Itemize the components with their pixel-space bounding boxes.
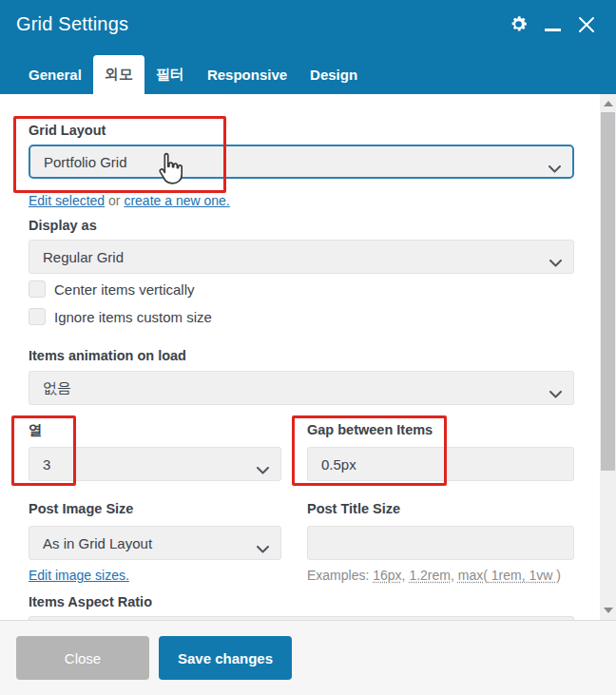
tab-general[interactable]: General xyxy=(17,55,93,94)
scroll-up-icon[interactable] xyxy=(604,101,613,106)
display-as-value: Regular Grid xyxy=(43,249,124,265)
animation-select[interactable]: 없음 xyxy=(29,371,574,405)
post-image-size-field: Post Image Size As in Grid Layout Edit i… xyxy=(29,500,281,585)
columns-select[interactable]: 3 xyxy=(29,447,281,481)
close-button[interactable]: Close xyxy=(16,636,149,680)
center-items-label: Center items vertically xyxy=(54,281,195,298)
animation-value: 없음 xyxy=(43,379,71,397)
gap-input[interactable] xyxy=(307,447,574,481)
columns-value: 3 xyxy=(43,456,50,473)
display-as-label: Display as xyxy=(29,217,574,235)
aspect-ratio-input[interactable] xyxy=(29,616,574,620)
post-title-size-label: Post Title Size xyxy=(307,500,574,518)
gear-icon[interactable] xyxy=(508,14,529,35)
post-title-size-hint: Examples: 16px, 1.2rem, max( 1rem, 1vw ) xyxy=(307,567,574,585)
chevron-down-icon xyxy=(549,160,561,176)
columns-label: 열 xyxy=(29,421,281,439)
layout-links: Edit selected or create a new one. xyxy=(29,193,574,209)
scrollbar-thumb[interactable] xyxy=(601,112,615,471)
post-image-size-select[interactable]: As in Grid Layout xyxy=(29,526,281,560)
chevron-down-icon xyxy=(257,461,269,477)
scroll-down-icon[interactable] xyxy=(604,608,613,613)
chevron-down-icon xyxy=(549,254,562,270)
create-new-link[interactable]: create a new one. xyxy=(124,193,229,208)
center-items-checkbox-row[interactable]: Center items vertically xyxy=(29,280,574,298)
tab-filter[interactable]: 필터 xyxy=(144,55,196,94)
links-separator: or xyxy=(105,193,124,208)
edit-selected-link[interactable]: Edit selected xyxy=(29,193,105,208)
grid-layout-select[interactable]: Portfolio Grid xyxy=(29,145,574,179)
chevron-down-icon xyxy=(549,385,562,401)
settings-tabs: General 외모 필터 Responsive Design xyxy=(0,55,369,94)
dialog-header: Grid Settings General 외모 필터 xyxy=(0,0,616,94)
post-title-size-input[interactable] xyxy=(307,526,574,560)
dialog-footer: Close Save changes xyxy=(0,620,616,695)
grid-layout-value: Portfolio Grid xyxy=(44,154,127,170)
settings-panel: Grid Layout Portfolio Grid Edit selected… xyxy=(0,94,616,620)
ignore-size-label: Ignore items custom size xyxy=(54,309,212,325)
dialog-title: Grid Settings xyxy=(16,13,128,35)
aspect-ratio-label: Items Aspect Ratio xyxy=(29,593,574,611)
grid-settings-dialog: Grid Settings General 외모 필터 xyxy=(0,0,616,695)
display-as-select[interactable]: Regular Grid xyxy=(29,240,574,274)
chevron-down-icon xyxy=(257,540,269,556)
gap-field: Gap between Items xyxy=(307,421,574,481)
tab-design[interactable]: Design xyxy=(298,55,369,94)
post-title-size-field: Post Title Size Examples: 16px, 1.2rem, … xyxy=(307,500,574,585)
tab-appearance[interactable]: 외모 xyxy=(93,55,144,94)
columns-field: 열 3 xyxy=(29,421,281,481)
center-items-checkbox[interactable] xyxy=(29,280,46,298)
vertical-scrollbar[interactable] xyxy=(600,94,616,620)
close-icon[interactable] xyxy=(576,14,597,35)
gap-label: Gap between Items xyxy=(307,421,574,439)
ignore-size-checkbox-row[interactable]: Ignore items custom size xyxy=(29,308,574,325)
grid-layout-label: Grid Layout xyxy=(29,122,574,140)
edit-image-sizes-link[interactable]: Edit image sizes. xyxy=(29,568,129,583)
save-changes-button[interactable]: Save changes xyxy=(159,636,292,680)
post-image-size-value: As in Grid Layout xyxy=(43,535,152,551)
tab-responsive[interactable]: Responsive xyxy=(196,55,298,94)
animation-label: Items animation on load xyxy=(29,347,574,365)
minimize-icon[interactable] xyxy=(542,14,563,35)
post-image-size-label: Post Image Size xyxy=(29,500,281,518)
ignore-size-checkbox[interactable] xyxy=(29,308,46,325)
